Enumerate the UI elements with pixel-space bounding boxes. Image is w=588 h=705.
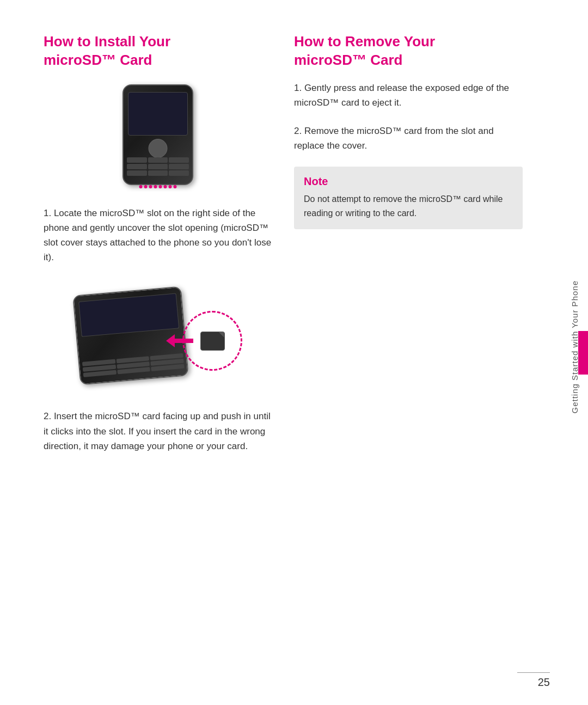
phone-dpad bbox=[149, 139, 168, 158]
note-title: Note bbox=[304, 175, 513, 188]
key bbox=[169, 157, 189, 163]
remove-step1: 1. Gently press and release the exposed … bbox=[294, 81, 523, 110]
key bbox=[169, 164, 189, 169]
phone-screen-bottom bbox=[78, 293, 179, 336]
key bbox=[127, 164, 147, 169]
phone-illustration-top bbox=[87, 81, 229, 189]
arrow-head-icon bbox=[166, 334, 175, 347]
pink-dot bbox=[154, 185, 157, 188]
sd-card-icon bbox=[200, 332, 225, 351]
remove-step2-text: 2. Remove the microSD™ card from the slo… bbox=[294, 124, 523, 153]
install-step2-text: 2. Insert the microSD™ card facing up an… bbox=[44, 409, 272, 453]
remove-section: How to Remove Your microSD™ Card 1. Gent… bbox=[294, 33, 523, 672]
note-box: Note Do not attempt to remove the microS… bbox=[294, 167, 523, 229]
key bbox=[127, 170, 147, 176]
pink-dot bbox=[174, 185, 177, 188]
key bbox=[148, 164, 168, 169]
main-content: How to Install Your microSD™ Card bbox=[0, 0, 561, 705]
remove-title: How to Remove Your microSD™ Card bbox=[294, 33, 523, 70]
install-title: How to Install Your microSD™ Card bbox=[44, 33, 272, 70]
sd-card-notch bbox=[219, 332, 224, 338]
pink-dot bbox=[139, 185, 143, 188]
key bbox=[169, 170, 189, 176]
phone-body-top bbox=[122, 84, 193, 185]
pink-dot bbox=[159, 185, 162, 188]
phone-keypad-top bbox=[127, 157, 189, 176]
phone-keypad-bottom bbox=[82, 353, 185, 377]
sd-dashed-circle-icon bbox=[182, 311, 242, 371]
install-step1-text: 1. Locate the microSD™ slot on the right… bbox=[44, 206, 272, 265]
sidebar-accent-bar bbox=[578, 331, 588, 375]
sidebar: Getting Started with Your Phone bbox=[561, 0, 588, 705]
sd-card-area bbox=[180, 308, 245, 373]
install-section: How to Install Your microSD™ Card bbox=[44, 33, 272, 672]
sidebar-label: Getting Started with Your Phone bbox=[570, 280, 579, 413]
remove-step1-text: 1. Gently press and release the exposed … bbox=[294, 81, 523, 110]
pink-dot bbox=[144, 185, 148, 188]
phone-screen-top bbox=[128, 92, 188, 136]
key bbox=[127, 157, 147, 163]
pink-dot bbox=[169, 185, 172, 188]
page-content: How to Install Your microSD™ Card bbox=[0, 0, 588, 705]
phone-illustration-bottom bbox=[71, 278, 245, 393]
key bbox=[148, 170, 168, 176]
key bbox=[148, 157, 168, 163]
page-number-area: 25 bbox=[517, 672, 550, 689]
pink-dot bbox=[149, 185, 152, 188]
page-number: 25 bbox=[517, 676, 550, 689]
pink-dots bbox=[139, 185, 177, 188]
sidebar-text-wrapper: Getting Started with Your Phone bbox=[570, 0, 579, 705]
pink-dot bbox=[164, 185, 167, 188]
remove-step2: 2. Remove the microSD™ card from the slo… bbox=[294, 124, 523, 153]
page-divider bbox=[517, 672, 550, 673]
note-text: Do not attempt to remove the microSD™ ca… bbox=[304, 192, 513, 220]
